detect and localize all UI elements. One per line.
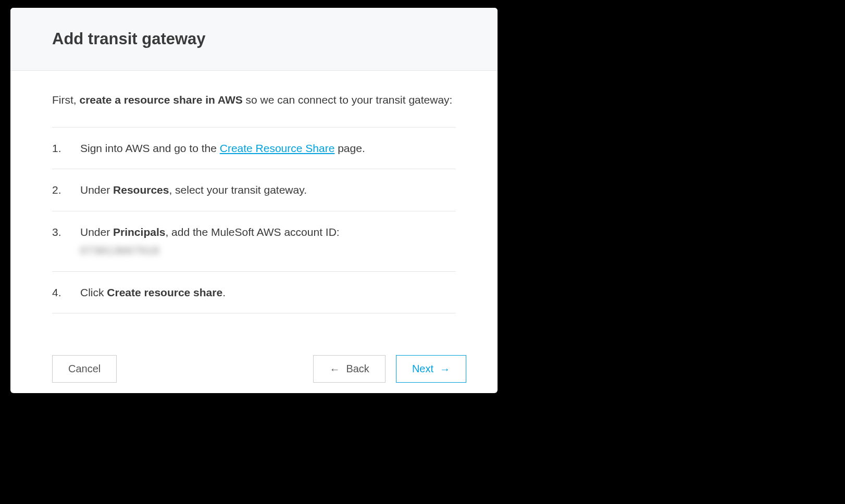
step-list: 1. Sign into AWS and go to the Create Re… <box>52 127 456 314</box>
step-content: Under Resources, select your transit gat… <box>80 182 456 198</box>
step-number: 2. <box>52 182 80 198</box>
modal-title: Add transit gateway <box>52 30 466 48</box>
create-resource-share-link[interactable]: Create Resource Share <box>220 142 335 154</box>
back-button[interactable]: ← Back <box>313 355 385 383</box>
intro-prefix: First, <box>52 94 80 106</box>
step-content: Under Principals, add the MuleSoft AWS a… <box>80 224 456 259</box>
step-1: 1. Sign into AWS and go to the Create Re… <box>52 128 456 170</box>
cancel-button[interactable]: Cancel <box>52 355 117 383</box>
step-number: 4. <box>52 284 80 301</box>
arrow-right-icon: → <box>440 364 450 374</box>
step-2: 2. Under Resources, select your transit … <box>52 169 456 211</box>
modal-header: Add transit gateway <box>10 8 498 71</box>
step-number: 1. <box>52 140 80 157</box>
intro-suffix: so we can connect to your transit gatewa… <box>243 94 453 106</box>
cancel-label: Cancel <box>68 363 101 375</box>
step-content: Sign into AWS and go to the Create Resou… <box>80 140 456 157</box>
arrow-left-icon: ← <box>329 364 340 374</box>
modal-footer: Cancel ← Back Next → <box>10 313 498 393</box>
back-label: Back <box>346 363 369 375</box>
next-button[interactable]: Next → <box>396 355 466 383</box>
step-4: 4. Click Create resource share. <box>52 272 456 314</box>
next-label: Next <box>412 363 433 375</box>
modal-body: First, create a resource share in AWS so… <box>10 71 498 313</box>
intro-bold: create a resource share in AWS <box>80 94 243 106</box>
step-number: 3. <box>52 224 80 259</box>
step-content: Click Create resource share. <box>80 284 456 301</box>
footer-right: ← Back Next → <box>313 355 466 383</box>
step-3: 3. Under Principals, add the MuleSoft AW… <box>52 211 456 272</box>
intro-text: First, create a resource share in AWS so… <box>52 92 456 108</box>
redacted-account-id: 073813667918 <box>80 242 159 259</box>
add-transit-gateway-modal: Add transit gateway First, create a reso… <box>10 8 498 393</box>
